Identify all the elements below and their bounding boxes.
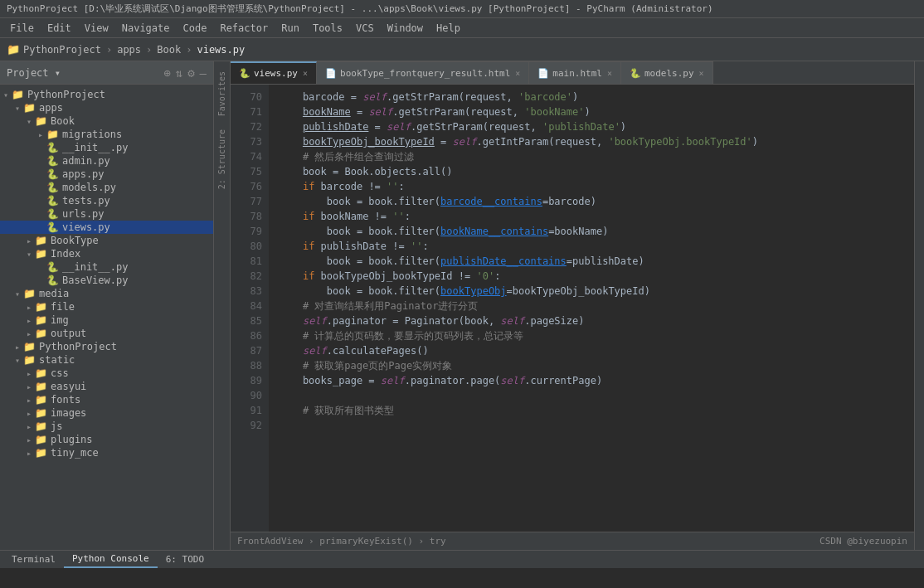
menu-item-run[interactable]: Run	[275, 20, 306, 36]
tab-0[interactable]: 🐍views.py×	[231, 61, 317, 84]
tree-label-13: __init__.py	[62, 261, 128, 273]
tree-item-10[interactable]: 🐍views.py	[0, 221, 213, 234]
line-num-76: 76	[237, 179, 262, 194]
tree-label-12: Index	[51, 248, 80, 260]
tree-item-15[interactable]: ▾📁media	[0, 287, 213, 300]
tab-1[interactable]: 📄bookType_frontquery_result.html×	[317, 61, 529, 84]
tree-item-13[interactable]: 🐍__init__.py	[0, 260, 213, 274]
menu-item-code[interactable]: Code	[177, 20, 214, 36]
tree-item-14[interactable]: 🐍BaseView.py	[0, 274, 213, 287]
menu-item-help[interactable]: Help	[430, 20, 467, 36]
tree-item-20[interactable]: ▾📁static	[0, 353, 213, 367]
tree-item-4[interactable]: 🐍__init__.py	[0, 141, 213, 154]
nav-book[interactable]: Book	[157, 44, 181, 56]
bottom-tab-1[interactable]: Python Console	[64, 551, 158, 568]
sidebar-add-icon[interactable]: ⊕	[163, 66, 170, 80]
tree-label-1: apps	[39, 102, 63, 114]
tree-arrow-21: ▸	[23, 369, 35, 378]
code-line-82: if bookTypeObj_bookTypeId != '0':	[279, 269, 904, 284]
tree-label-20: static	[39, 354, 75, 366]
structure-label[interactable]: 2: Structure	[216, 123, 228, 196]
sidebar-close-icon[interactable]: —	[200, 66, 207, 80]
tree-item-22[interactable]: ▸📁easyui	[0, 380, 213, 393]
tree-item-6[interactable]: 🐍apps.py	[0, 168, 213, 181]
tree-item-3[interactable]: ▸📁migrations	[0, 128, 213, 141]
tree-item-1[interactable]: ▾📁apps	[0, 101, 213, 114]
code-editor[interactable]: 7071727374757677787980818283848586878889…	[231, 85, 914, 532]
tree-icon-27: 📁	[35, 447, 47, 459]
tree-arrow-22: ▸	[23, 382, 35, 391]
tree-item-18[interactable]: ▸📁output	[0, 327, 213, 340]
tree-icon-19: 📁	[23, 341, 36, 352]
menu-item-window[interactable]: Window	[381, 20, 430, 36]
sidebar-gear-icon[interactable]: ⚙	[187, 66, 194, 80]
tab-close-3[interactable]: ×	[699, 69, 704, 78]
tree-arrow-0: ▾	[0, 90, 12, 100]
nav-project[interactable]: PythonProject	[23, 44, 101, 56]
tree-arrow-18: ▸	[23, 329, 35, 338]
tree-item-24[interactable]: ▸📁images	[0, 406, 213, 420]
tree-label-16: file	[51, 301, 75, 313]
tree-item-19[interactable]: ▸📁PythonProject	[0, 340, 213, 353]
tree-item-2[interactable]: ▾📁Book	[0, 114, 213, 128]
tree-label-24: images	[51, 407, 86, 419]
tree-item-12[interactable]: ▾📁Index	[0, 247, 213, 260]
tree-item-0[interactable]: ▾📁PythonProject	[0, 88, 213, 101]
line-num-79: 79	[237, 224, 262, 239]
tree-item-8[interactable]: 🐍tests.py	[0, 194, 213, 207]
favorites-label[interactable]: Favorites	[216, 65, 228, 123]
tree-item-25[interactable]: ▸📁js	[0, 420, 213, 433]
tree-icon-24: 📁	[35, 407, 47, 419]
code-line-83: book = book.filter(bookTypeObj=bookTypeO…	[279, 284, 904, 299]
bottom-tab-0[interactable]: Terminal	[3, 551, 64, 568]
title-text: PythonProject [D:\毕业系统调试区\Django图书管理系统\P…	[7, 2, 713, 15]
bottom-bar: TerminalPython Console6: TODO	[0, 550, 924, 568]
tree-item-9[interactable]: 🐍urls.py	[0, 207, 213, 221]
menu-item-edit[interactable]: Edit	[41, 20, 78, 36]
line-num-82: 82	[237, 269, 262, 284]
tree-icon-18: 📁	[35, 328, 47, 339]
tree-label-21: css	[51, 367, 69, 379]
tab-close-2[interactable]: ×	[607, 69, 612, 78]
tree-label-26: plugins	[51, 434, 93, 445]
breadcrumb-status: FrontAddView › primaryKeyExist() › try	[237, 536, 446, 547]
line-num-83: 83	[237, 284, 262, 299]
tree-item-5[interactable]: 🐍admin.py	[0, 154, 213, 168]
tab-2[interactable]: 📄main.html×	[529, 61, 621, 84]
code-content[interactable]: barcode = self.getStrParam(request, 'bar…	[269, 85, 914, 532]
tree-item-7[interactable]: 🐍models.py	[0, 181, 213, 194]
menu-item-refactor[interactable]: Refactor	[213, 20, 275, 36]
tree-label-3: migrations	[62, 129, 122, 140]
nav-apps[interactable]: apps	[117, 44, 141, 56]
sidebar-sort-icon[interactable]: ⇅	[176, 66, 182, 80]
tab-icon-1: 📄	[325, 68, 337, 79]
tree-icon-15: 📁	[23, 288, 36, 299]
tree-item-26[interactable]: ▸📁plugins	[0, 433, 213, 446]
tree-item-17[interactable]: ▸📁img	[0, 313, 213, 327]
tree-arrow-23: ▸	[23, 396, 35, 405]
tab-close-0[interactable]: ×	[303, 69, 308, 78]
tree-item-27[interactable]: ▸📁tiny_mce	[0, 446, 213, 459]
menu-bar: FileEditViewNavigateCodeRefactorRunTools…	[0, 18, 924, 38]
tab-icon-3: 🐍	[630, 68, 641, 79]
tree-label-15: media	[39, 288, 69, 299]
tree-item-21[interactable]: ▸📁css	[0, 367, 213, 380]
tab-3[interactable]: 🐍models.py×	[621, 61, 713, 84]
line-num-89: 89	[237, 373, 262, 388]
line-num-86: 86	[237, 328, 262, 343]
menu-item-tools[interactable]: Tools	[306, 20, 349, 36]
bottom-tab-2[interactable]: 6: TODO	[158, 551, 212, 568]
tab-close-1[interactable]: ×	[515, 69, 520, 78]
menu-item-vcs[interactable]: VCS	[349, 20, 381, 36]
menu-item-view[interactable]: View	[78, 20, 115, 36]
code-line-71: bookName = self.getStrParam(request, 'bo…	[279, 104, 904, 119]
tree-item-11[interactable]: ▸📁BookType	[0, 234, 213, 247]
tree-item-16[interactable]: ▸📁file	[0, 300, 213, 313]
menu-item-navigate[interactable]: Navigate	[115, 20, 177, 36]
tab-icon-0: 🐍	[239, 68, 250, 79]
menu-item-file[interactable]: File	[3, 20, 41, 36]
right-corner: CSDN @biyezuopin	[819, 536, 907, 547]
code-line-86: # 计算总的页码数，要显示的页码列表，总记录等	[279, 328, 904, 343]
tree-item-23[interactable]: ▸📁fonts	[0, 393, 213, 406]
line-num-75: 75	[237, 164, 262, 179]
